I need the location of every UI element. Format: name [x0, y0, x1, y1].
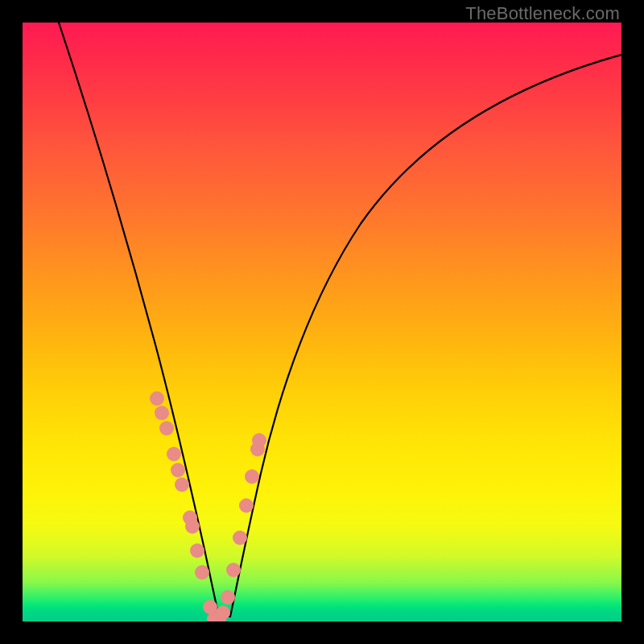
dot	[150, 391, 164, 406]
dot	[171, 463, 185, 477]
watermark-text: TheBottleneck.com	[465, 3, 620, 24]
scatter-dots	[150, 391, 266, 621]
plot-area	[23, 23, 621, 621]
dot	[226, 563, 241, 577]
dot	[221, 590, 235, 605]
dot	[185, 519, 200, 534]
dot	[252, 433, 266, 448]
dot	[159, 421, 174, 436]
dot	[216, 605, 230, 620]
dot	[175, 477, 189, 492]
bottleneck-curve-svg	[23, 23, 621, 621]
dot	[245, 469, 259, 484]
dot	[233, 530, 247, 545]
dot	[195, 565, 209, 580]
dot	[190, 543, 204, 558]
dot	[155, 406, 169, 420]
chart-frame: TheBottleneck.com	[0, 0, 644, 644]
dot	[167, 447, 181, 461]
dot	[239, 498, 254, 513]
bottleneck-curve	[59, 23, 621, 617]
